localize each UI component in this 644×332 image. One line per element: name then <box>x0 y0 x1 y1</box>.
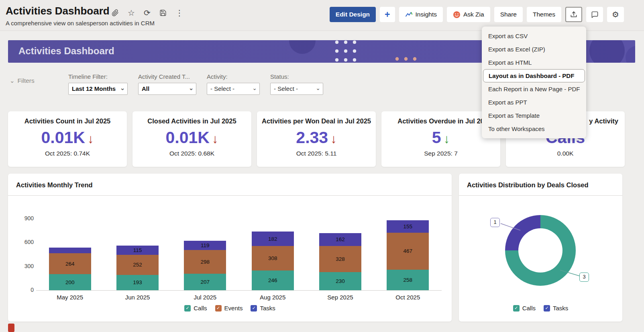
more-vertical-icon[interactable]: ⋮ <box>175 9 183 17</box>
kpi-footnote: Sep 2025: 7 <box>381 150 500 157</box>
legend-item-calls[interactable]: ✓Calls <box>184 305 207 312</box>
filter-group: Activity Created T...All⌄ <box>138 73 196 95</box>
button-label: Insights <box>416 11 437 18</box>
filter-label: Timeline Filter: <box>68 73 128 80</box>
legend-checkbox[interactable]: ✓ <box>544 305 550 312</box>
zia-face-icon <box>453 11 461 18</box>
ask-zia-button[interactable]: Ask Zia <box>447 7 490 22</box>
banner-decoration-circle <box>626 46 635 63</box>
stacked-bar[interactable]: 230328162 <box>319 233 361 290</box>
bar-segment-calls: 207 <box>184 274 226 290</box>
filter-group: Activity:- Select -⌄ <box>207 73 260 95</box>
legend-item-tasks[interactable]: ✓Tasks <box>251 305 275 312</box>
comment-icon <box>591 11 599 18</box>
legend-checkbox[interactable]: ✓ <box>251 305 257 312</box>
export-menu-item[interactable]: Export as CSV <box>482 29 586 43</box>
stacked-bar[interactable]: 258467155 <box>387 220 429 290</box>
x-axis-labels: May 2025Jun 2025Jul 2025Aug 2025Sep 2025… <box>36 294 442 301</box>
x-axis-label: Oct 2025 <box>374 294 442 301</box>
filter-label: Activity: <box>207 73 260 80</box>
share-button[interactable]: Share <box>494 7 523 22</box>
legend-checkbox[interactable]: ✓ <box>184 305 191 312</box>
favorite-star-icon[interactable]: ☆ <box>128 9 135 17</box>
title-icons: ☆ ⟳ ⋮ <box>112 9 183 17</box>
bar-segment-events: 252 <box>116 255 159 275</box>
kpi-card[interactable]: Activities per Won Deal in Jul 20252.33↓… <box>257 111 376 167</box>
filter-controls: Timeline Filter:Last 12 Months⌄Activity … <box>68 73 323 95</box>
bar-column: 230328162 <box>306 233 374 290</box>
legend-item-calls[interactable]: ✓Calls <box>513 305 536 312</box>
bar-segment-calls: 246 <box>252 271 294 290</box>
bar-segment-events: 264 <box>49 253 91 274</box>
filter-label: Status: <box>270 73 323 80</box>
stacked-bar[interactable]: 207298119 <box>184 241 226 290</box>
attachment-icon[interactable] <box>112 9 119 16</box>
insights-button[interactable]: Insights <box>399 7 443 22</box>
kpi-footnote: Oct 2025: 0.68K <box>132 150 251 157</box>
settings-gear-icon[interactable]: ⚙ <box>607 7 624 22</box>
kpi-value: 2.33 <box>296 128 328 147</box>
app-header: Activities Dashboard A comprehensive vie… <box>0 0 644 31</box>
export-menu-item[interactable]: Export as Template <box>482 109 586 122</box>
banner-decoration-circle <box>289 40 316 54</box>
filters-label: Filters <box>18 77 35 84</box>
bar-segment-tasks: 115 <box>116 246 159 255</box>
legend-label: Events <box>224 305 243 312</box>
donut-hole <box>518 228 562 273</box>
legend-checkbox[interactable]: ✓ <box>215 305 222 312</box>
legend-checkbox[interactable]: ✓ <box>513 305 520 312</box>
kpi-card[interactable]: Activities Count in Jul 20250.01K↓Oct 20… <box>8 111 127 167</box>
bar-segment-events: 298 <box>184 250 226 274</box>
chevron-down-icon: ⌄ <box>316 83 320 94</box>
bar-segment-tasks: 182 <box>252 232 294 246</box>
bar-segment-tasks: 162 <box>319 233 361 246</box>
bar-column: 207298119 <box>171 241 239 290</box>
legend-label: Calls <box>194 305 207 312</box>
export-menu-item[interactable]: Export as Excel (ZIP) <box>482 43 586 56</box>
timeline-filter-select[interactable]: Last 12 Months⌄ <box>68 83 128 95</box>
banner-decoration-dots <box>332 40 359 63</box>
bar-segment-events: 328 <box>319 246 361 272</box>
bar-column: 193252115 <box>104 246 171 290</box>
donut-callout: 1 <box>490 218 500 227</box>
export-menu-item[interactable]: Each Report in a New Page - PDF <box>482 82 586 96</box>
kpi-title: Activities per Won Deal in Jul 2025 <box>257 117 376 125</box>
save-icon[interactable] <box>159 9 167 16</box>
export-menu-item[interactable]: Export as PPT <box>482 96 586 109</box>
bar-column: 258467155 <box>374 220 442 290</box>
select-value: Last 12 Months <box>72 85 116 92</box>
bar-plot: 2002641932521152072981192463081822303281… <box>36 219 442 290</box>
legend-item-events[interactable]: ✓Events <box>215 305 243 312</box>
bar-segment-calls: 230 <box>319 272 361 290</box>
bar-column: 246308182 <box>239 232 306 290</box>
banner-decoration-dots <box>393 56 419 61</box>
activity-filter-select[interactable]: - Select -⌄ <box>207 83 260 95</box>
stacked-bar[interactable]: 193252115 <box>116 246 159 290</box>
filters-toggle[interactable]: ⌄ Filters <box>10 77 35 84</box>
header-actions: Edit Design+InsightsAsk ZiaShareThemes ⚙ <box>330 7 624 22</box>
kpi-title: Activities Count in Jul 2025 <box>8 117 127 125</box>
edit-design-button[interactable]: Edit Design <box>330 7 376 22</box>
stacked-bar[interactable]: 200264 <box>49 248 91 290</box>
trend-down-arrow-icon: ↓ <box>330 132 337 146</box>
status-filter-select[interactable]: - Select -⌄ <box>270 83 323 95</box>
kpi-footnote: Oct 2025: 5.11 <box>257 150 376 157</box>
comments-button[interactable] <box>586 7 603 22</box>
export-menu-item[interactable]: Export as HTML <box>482 56 586 69</box>
themes-button[interactable]: Themes <box>527 7 561 22</box>
add-button[interactable]: + <box>380 7 395 22</box>
activity-created-filter-select[interactable]: All⌄ <box>138 83 196 95</box>
legend-label: Tasks <box>553 305 568 312</box>
legend-item-tasks[interactable]: ✓Tasks <box>544 305 568 312</box>
filter-label: Activity Created T... <box>138 73 196 80</box>
legend-label: Calls <box>522 305 536 312</box>
chart-title: Activities Distribution by Deals Closed <box>459 174 622 196</box>
export-button[interactable] <box>565 7 582 22</box>
export-menu-item[interactable]: To other Workspaces <box>482 122 586 135</box>
kpi-card[interactable]: Closed Activities in Jul 20250.01K↓Oct 2… <box>132 111 251 167</box>
refresh-icon[interactable]: ⟳ <box>144 9 151 17</box>
bar-segment-tasks: 155 <box>387 220 429 233</box>
stacked-bar[interactable]: 246308182 <box>252 232 294 290</box>
bar-segment-calls: 200 <box>49 274 91 290</box>
export-menu-item[interactable]: Layout as in Dashboard - PDF <box>483 69 585 82</box>
